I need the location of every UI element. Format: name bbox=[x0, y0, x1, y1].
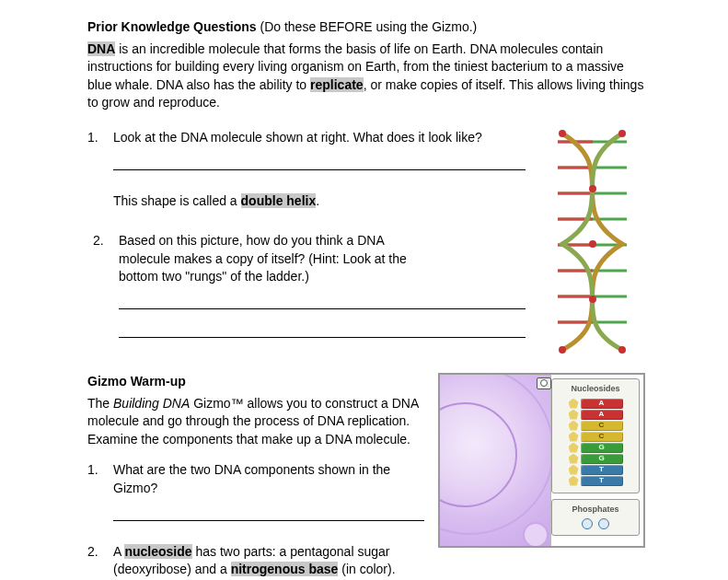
svg-point-5 bbox=[589, 185, 596, 192]
phosphates-panel: Phosphates bbox=[551, 499, 640, 537]
pk-question-2: 2. Based on this picture, how do you thi… bbox=[93, 232, 530, 286]
camera-icon bbox=[537, 377, 551, 389]
svg-point-6 bbox=[589, 240, 596, 248]
answer-line[interactable] bbox=[119, 322, 526, 338]
svg-point-3 bbox=[559, 130, 566, 137]
svg-point-9 bbox=[618, 346, 626, 354]
answer-line[interactable] bbox=[113, 505, 424, 521]
shape-statement: This shape is called a double helix. bbox=[113, 192, 526, 211]
intro-paragraph: DNA is an incredible molecule that forms… bbox=[87, 41, 645, 112]
warmup-question-1: 1. What are the two DNA components shown… bbox=[87, 461, 424, 497]
answer-line[interactable] bbox=[119, 294, 526, 309]
svg-point-4 bbox=[618, 130, 626, 137]
term-dna: DNA bbox=[87, 41, 115, 56]
nucleosides-panel: Nucleosides A A C C G G T T bbox=[551, 378, 640, 493]
warmup-intro: The Building DNA Gizmo™ allows you to co… bbox=[87, 395, 424, 449]
svg-point-7 bbox=[589, 296, 596, 303]
term-nitrogenous-base: nitrogenous base bbox=[231, 562, 339, 576]
term-double-helix: double helix bbox=[241, 193, 317, 208]
term-nucleoside: nucleoside bbox=[124, 544, 191, 559]
answer-line[interactable] bbox=[113, 155, 526, 170]
warmup-question-2: 2. A nucleoside has two parts: a pentago… bbox=[87, 543, 424, 580]
warmup-heading: Gizmo Warm-up bbox=[87, 373, 424, 391]
svg-point-8 bbox=[559, 346, 566, 354]
dna-helix-image bbox=[539, 129, 645, 354]
term-replicate: replicate bbox=[310, 77, 364, 92]
prior-knowledge-heading: Prior Knowledge Questions (Do these BEFO… bbox=[87, 18, 645, 37]
gizmo-screenshot: Nucleosides A A C C G G T T Phosphates bbox=[438, 373, 645, 548]
pk-question-1: 1. Look at the DNA molecule shown at rig… bbox=[87, 129, 530, 147]
